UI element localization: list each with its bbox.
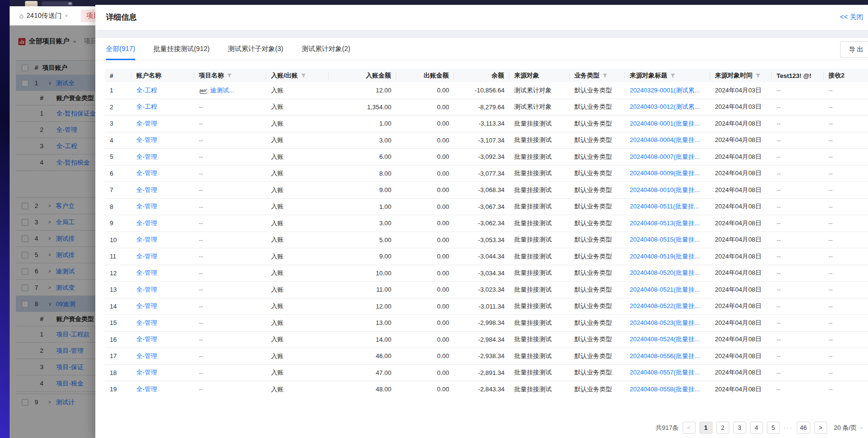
page-button[interactable]: 4: [750, 422, 763, 434]
more-pages-icon[interactable]: ···: [784, 424, 793, 431]
cell-account-name-text[interactable]: 全-管理: [136, 203, 157, 210]
cell-account-name-text[interactable]: 全-管理: [136, 319, 157, 326]
cell-account-name-text[interactable]: 全-管理: [136, 120, 157, 127]
cell-account-name-text[interactable]: 全-管理: [136, 236, 157, 243]
cell-account-name-text[interactable]: 全-管理: [136, 302, 157, 309]
cell-account-name[interactable]: 全-管理: [131, 302, 194, 310]
cell-account-name-text[interactable]: 全-管理: [136, 153, 157, 160]
cell-source-title-text[interactable]: 20240408-0004(批量挂...: [630, 136, 700, 143]
cell-source-title[interactable]: 20240403-0012(测试累...: [625, 103, 710, 111]
cell-source-title-text[interactable]: 20240408-0522(批量挂...: [630, 302, 700, 309]
cell-account-name-text[interactable]: 全-管理: [136, 335, 157, 343]
cell-account-name-text[interactable]: 全-管理: [136, 269, 157, 276]
cell-source-title[interactable]: 20240408-0519(批量挂...: [625, 252, 710, 261]
cell-account-name-text[interactable]: 全-管理: [136, 352, 157, 360]
cell-account-name-text[interactable]: 全-管理: [136, 253, 157, 260]
cell-source-title[interactable]: 20240408-0009(批量挂...: [625, 169, 710, 178]
cell-account-name[interactable]: 全-管理: [131, 252, 194, 261]
cell-source-title[interactable]: 20240408-0001(批量挂...: [625, 119, 710, 128]
cell-account-name-text[interactable]: 全-管理: [136, 186, 157, 193]
cell-account-name[interactable]: 全-工程: [131, 103, 194, 111]
cell-account-name[interactable]: 全-管理: [131, 269, 194, 277]
cell-account-name-text[interactable]: 全-工程: [136, 87, 157, 94]
cell-account-name[interactable]: 全-管理: [131, 235, 194, 244]
cell-source-title[interactable]: 20240408-0558(批量挂...: [625, 385, 710, 394]
page-size-select[interactable]: 20 条/页∨: [834, 424, 863, 432]
page-button[interactable]: 5: [767, 422, 780, 434]
cell-source-title[interactable]: 20240408-0010(批量挂...: [625, 186, 710, 194]
cell-source-title[interactable]: 20240408-0515(批量挂...: [625, 235, 710, 244]
detail-tab[interactable]: 批量挂接测试(912): [154, 38, 210, 60]
cell-account-name[interactable]: 全-管理: [131, 153, 194, 161]
cell-account-name[interactable]: 全-管理: [131, 352, 194, 361]
cell-account-name[interactable]: 全-管理: [131, 385, 194, 394]
collapse-close-link[interactable]: << 关闭: [840, 13, 863, 22]
filter-icon[interactable]: [755, 73, 761, 78]
cell-source-title-text[interactable]: 20240403-0012(测试累...: [630, 103, 700, 110]
cell-source-title-text[interactable]: 20240408-0513(批量挂...: [630, 219, 700, 227]
filter-icon[interactable]: [227, 73, 232, 78]
cell-project-name-text[interactable]: 迪测试...: [210, 87, 234, 94]
cell-source-title-text[interactable]: 20240408-0558(批量挂...: [630, 386, 700, 393]
filter-icon[interactable]: [602, 73, 608, 78]
page-button[interactable]: 2: [716, 422, 729, 434]
filter-icon[interactable]: [670, 73, 675, 78]
cell-account-name[interactable]: 全-管理: [131, 169, 194, 178]
cell-account-name-text[interactable]: 全-管理: [136, 169, 157, 177]
360-view-icon[interactable]: 360°: [199, 89, 208, 94]
cell-source-title-text[interactable]: 20240329-0001(测试累...: [630, 87, 700, 94]
cell-source-title[interactable]: 20240408-0004(批量挂...: [625, 136, 710, 144]
home-menu[interactable]: ⌂ 2410传送门 ∨: [19, 12, 68, 20]
cell-source-title[interactable]: 20240408-0556(批量挂...: [625, 352, 710, 361]
cell-account-name-text[interactable]: 全-管理: [136, 219, 157, 227]
cell-source-title-text[interactable]: 20240408-0010(批量挂...: [630, 186, 700, 193]
address-box[interactable]: [42, 1, 73, 6]
cell-source-title[interactable]: 20240408-0521(批量挂...: [625, 285, 710, 294]
cell-source-title-text[interactable]: 20240408-0556(批量挂...: [630, 352, 700, 360]
cell-source-title[interactable]: 20240408-0520(批量挂...: [625, 269, 710, 277]
next-page-button[interactable]: >: [814, 422, 827, 434]
cell-account-name[interactable]: 全-管理: [131, 136, 194, 144]
cell-source-title[interactable]: 20240329-0001(测试累...: [625, 86, 710, 95]
page-button[interactable]: 3: [733, 422, 746, 434]
cell-account-name-text[interactable]: 全-管理: [136, 136, 157, 143]
cell-source-title[interactable]: 20240408-0523(批量挂...: [625, 319, 710, 327]
cell-source-title-text[interactable]: 20240408-0520(批量挂...: [630, 269, 700, 276]
avatar[interactable]: [25, 1, 38, 6]
cell-source-title-text[interactable]: 20240408-0001(批量挂...: [630, 120, 700, 127]
cell-source-title[interactable]: 20240408-0522(批量挂...: [625, 302, 710, 310]
cell-account-name[interactable]: 全-管理: [131, 335, 194, 344]
cell-account-name[interactable]: 全-工程: [131, 86, 194, 95]
cell-source-title-text[interactable]: 20240408-0009(批量挂...: [630, 169, 700, 177]
cell-source-title[interactable]: 20240408-0557(批量挂...: [625, 368, 710, 377]
cell-account-name[interactable]: 全-管理: [131, 368, 194, 377]
filter-icon[interactable]: [301, 73, 306, 78]
cell-source-title-text[interactable]: 20240408-0521(批量挂...: [630, 286, 700, 293]
cell-source-title-text[interactable]: 20240408-0557(批量挂...: [630, 369, 700, 376]
page-button[interactable]: 1: [700, 422, 713, 434]
detail-tab[interactable]: 测试累计对象(2): [302, 38, 350, 60]
cell-source-title[interactable]: 20240408-0524(批量挂...: [625, 335, 710, 344]
detail-tab[interactable]: 全部(917): [106, 38, 135, 60]
cell-source-title-text[interactable]: 20240408-0511(批量挂...: [630, 203, 699, 210]
page-button[interactable]: 46: [797, 422, 810, 434]
cell-source-title-text[interactable]: 20240408-0524(批量挂...: [630, 335, 700, 343]
cell-source-title-text[interactable]: 20240408-0523(批量挂...: [630, 319, 700, 326]
cell-account-name-text[interactable]: 全-管理: [136, 369, 157, 376]
cell-account-name[interactable]: 全-管理: [131, 202, 194, 211]
cell-account-name[interactable]: 全-管理: [131, 119, 194, 128]
cell-project-name[interactable]: 360°迪测试...: [194, 86, 266, 95]
cell-account-name-text[interactable]: 全-管理: [136, 386, 157, 393]
cell-source-title-text[interactable]: 20240408-0519(批量挂...: [630, 253, 700, 260]
detail-tab[interactable]: 测试累计子对象(3): [228, 38, 283, 60]
cell-source-title-text[interactable]: 20240408-0515(批量挂...: [630, 236, 700, 243]
cell-source-title[interactable]: 20240408-0007(批量挂...: [625, 153, 710, 161]
cell-account-name[interactable]: 全-管理: [131, 186, 194, 194]
cell-account-name[interactable]: 全-管理: [131, 219, 194, 228]
prev-page-button[interactable]: <: [683, 422, 696, 434]
cell-account-name-text[interactable]: 全-工程: [136, 103, 157, 110]
cell-account-name[interactable]: 全-管理: [131, 285, 194, 294]
cell-account-name[interactable]: 全-管理: [131, 319, 194, 327]
cell-source-title[interactable]: 20240408-0511(批量挂...: [625, 202, 710, 211]
cell-account-name-text[interactable]: 全-管理: [136, 286, 157, 293]
